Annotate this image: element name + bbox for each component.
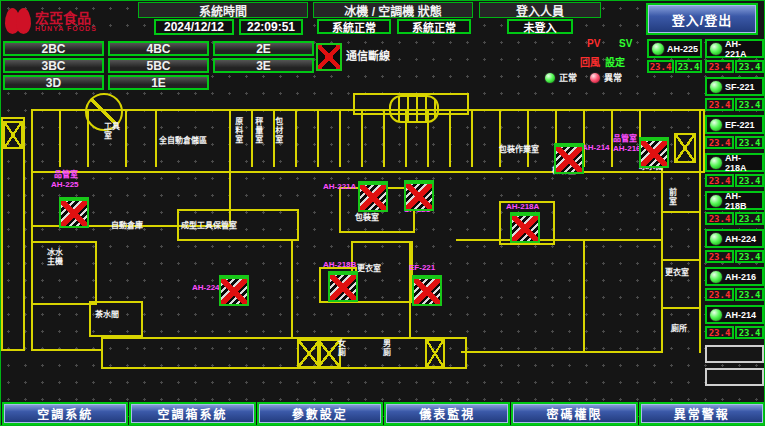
room-label: 女廁 (338, 340, 348, 358)
system-time-label: 系統時間 (138, 2, 308, 18)
comm-loss-device-icon[interactable] (219, 275, 249, 306)
unit-values-AH-225: 23.423.4 (647, 60, 702, 73)
room-label: 前室 (669, 189, 679, 207)
wall (583, 241, 585, 351)
equipment-label: EF-221 (409, 264, 435, 273)
floor-button-3e[interactable]: 3E (213, 58, 314, 73)
unit-status-led-icon (709, 80, 723, 94)
logo: 宏亞食品 HUNYA FOODS (5, 4, 117, 38)
nav-button-4[interactable]: 儀表監視 (384, 402, 510, 425)
nav-button-6[interactable]: 異常警報 (639, 402, 765, 425)
system-date-value: 2024/12/12 (154, 19, 234, 35)
vent-shaft-icon (389, 95, 439, 123)
unit-button-AH-214[interactable]: AH-214 (705, 305, 764, 324)
login-person-label: 登入人員 (479, 2, 601, 18)
unit-name: AH-214 (725, 310, 756, 320)
pv-value: 23.4 (705, 174, 734, 187)
wall (663, 211, 699, 213)
sv-label: SV (619, 38, 632, 49)
nav-button-2[interactable]: 空調箱系統 (129, 402, 255, 425)
comm-loss-device-icon[interactable] (358, 181, 388, 212)
floor-button-2bc[interactable]: 2BC (3, 41, 104, 56)
unit-values-AH-218B: 23.423.4 (705, 212, 764, 225)
comm-loss-device-icon[interactable] (554, 143, 584, 174)
login-logout-button[interactable]: 登入/登出 (646, 3, 758, 35)
nav-button-3[interactable]: 參數設定 (257, 402, 383, 425)
comm-loss-device-icon[interactable] (412, 275, 442, 306)
unit-status-led-icon (709, 194, 723, 208)
wall (31, 109, 705, 173)
sv-value: 23.4 (735, 174, 764, 187)
room-label: 秤量室 (253, 117, 262, 144)
room-label: 更衣室 (357, 265, 381, 274)
room-label: 更衣室 (665, 269, 689, 278)
nav-button-1[interactable]: 空調系統 (2, 402, 128, 425)
machine-status-label: 冰機 / 空調機 狀態 (313, 2, 473, 18)
unit-button-EF-221[interactable]: EF-221 (705, 115, 764, 134)
wall (699, 109, 701, 353)
wall (31, 241, 97, 305)
wall (31, 109, 33, 351)
unit-values-SF-221: 23.423.4 (705, 98, 764, 111)
unit-button-AH-218B[interactable]: AH-218B (705, 191, 764, 210)
chiller-status-value: 系統正常 (317, 19, 391, 34)
ac-status-value: 系統正常 (397, 19, 471, 34)
abnormal-label: 異常 (604, 74, 622, 84)
wall (527, 111, 529, 167)
room-label: 茶水間 (95, 311, 119, 320)
room-label: 包材室 (273, 117, 282, 144)
pv-value: 23.4 (705, 250, 734, 263)
normal-led-icon (544, 72, 556, 84)
comm-loss-device-icon[interactable] (639, 137, 669, 168)
equipment-label: 品管室 (54, 171, 78, 180)
stair-x-icon (674, 133, 696, 163)
unit-button-AH-218A[interactable]: AH-218A (705, 153, 764, 172)
wall (383, 111, 385, 167)
comm-loss-legend-label: 通信斷線 (346, 50, 390, 62)
wall (125, 111, 127, 167)
floor-button-2e[interactable]: 2E (213, 41, 314, 56)
floor-plan: 工具室全自動倉儲區原料室秤量室包材室包裝作業室檢驗室冰水機品管室AH-225AH… (1, 93, 703, 401)
unit-name: SF-221 (725, 82, 755, 92)
pv-value: 23.4 (705, 98, 734, 111)
wall (1, 117, 25, 351)
unit-values-AH-221A: 23.423.4 (705, 60, 764, 73)
pv-value: 23.4 (705, 326, 734, 339)
floor-button-1e[interactable]: 1E (108, 75, 209, 90)
unit-values-AH-214: 23.423.4 (705, 326, 764, 339)
unit-status-led-icon (709, 118, 723, 132)
room-label: 成型工具保管室 (181, 222, 237, 231)
floor-button-5bc[interactable]: 5BC (108, 58, 209, 73)
empty-unit-slot (705, 345, 764, 363)
room-label: 包裝室 (355, 214, 379, 223)
room-label: 男廁 (383, 340, 393, 358)
unit-name: AH-218A (725, 153, 762, 173)
wall (101, 337, 467, 369)
equipment-label: AH-216 (613, 145, 641, 154)
comm-loss-device-icon[interactable] (510, 212, 540, 243)
wall (663, 259, 699, 261)
floor-button-4bc[interactable]: 4BC (108, 41, 209, 56)
wall (409, 241, 411, 339)
unit-values-AH-224: 23.423.4 (705, 250, 764, 263)
comm-loss-device-icon[interactable] (59, 197, 89, 228)
wall (456, 239, 663, 241)
unit-button-AH-225[interactable]: AH-225 (647, 39, 702, 58)
floor-button-3d[interactable]: 3D (3, 75, 104, 90)
unit-button-AH-224[interactable]: AH-224 (705, 229, 764, 248)
comm-loss-device-icon[interactable] (328, 271, 358, 302)
wall (229, 167, 231, 227)
sv-value: 23.4 (675, 60, 702, 73)
wall (155, 111, 157, 167)
unit-button-SF-221[interactable]: SF-221 (705, 77, 764, 96)
logo-title: 宏亞食品 (35, 11, 97, 25)
system-time-value: 22:09:51 (239, 19, 303, 35)
sv-value: 23.4 (735, 98, 764, 111)
comm-loss-device-icon[interactable] (404, 180, 434, 211)
unit-name: AH-224 (725, 234, 756, 244)
nav-button-5[interactable]: 密碼權限 (511, 402, 637, 425)
unit-button-AH-221A[interactable]: AH-221A (705, 39, 764, 58)
unit-status-led-icon (709, 42, 723, 56)
floor-button-3bc[interactable]: 3BC (3, 58, 104, 73)
unit-button-AH-216[interactable]: AH-216 (705, 267, 764, 286)
